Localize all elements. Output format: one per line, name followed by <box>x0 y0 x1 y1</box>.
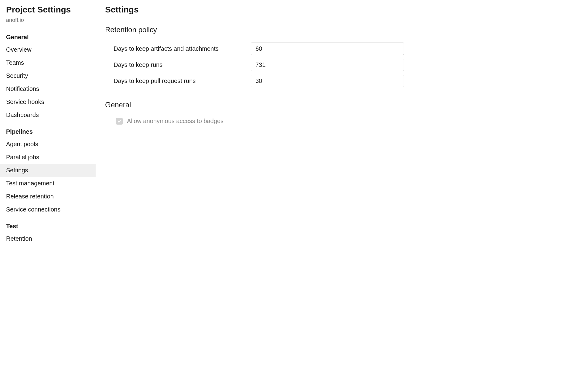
section-general: General Allow anonymous access to badges <box>105 101 576 125</box>
nav-item-retention[interactable]: Retention <box>0 232 96 245</box>
checkbox-row-anonymous-badges[interactable]: Allow anonymous access to badges <box>105 118 576 125</box>
label-days-artifacts: Days to keep artifacts and attachments <box>114 45 251 52</box>
input-days-artifacts[interactable] <box>251 43 404 55</box>
nav-item-service-connections[interactable]: Service connections <box>0 203 96 216</box>
form-row-artifacts: Days to keep artifacts and attachments <box>105 43 576 55</box>
nav-item-dashboards[interactable]: Dashboards <box>0 108 96 122</box>
nav-item-security[interactable]: Security <box>0 69 96 82</box>
nav-group-test: Test Retention <box>0 218 96 245</box>
input-days-runs[interactable] <box>251 59 404 71</box>
page-title: Settings <box>105 5 576 15</box>
nav-group-general: General Overview Teams Security Notifica… <box>0 29 96 122</box>
nav-item-notifications[interactable]: Notifications <box>0 82 96 95</box>
section-retention: Retention policy Days to keep artifacts … <box>105 26 576 87</box>
checkbox-label-anonymous-badges: Allow anonymous access to badges <box>127 118 224 125</box>
input-days-pr-runs[interactable] <box>251 75 404 87</box>
nav-group-pipelines: Pipelines Agent pools Parallel jobs Sett… <box>0 124 96 216</box>
checkbox-icon[interactable] <box>116 118 123 125</box>
sidebar-title: Project Settings <box>0 2 96 16</box>
check-icon <box>117 119 121 123</box>
nav-item-test-management[interactable]: Test management <box>0 177 96 190</box>
nav-item-overview[interactable]: Overview <box>0 43 96 56</box>
nav-group-header-general: General <box>0 29 96 43</box>
nav-group-header-pipelines: Pipelines <box>0 124 96 138</box>
label-days-runs: Days to keep runs <box>114 61 251 68</box>
label-days-pr-runs: Days to keep pull request runs <box>114 77 251 84</box>
nav-group-header-test: Test <box>0 218 96 232</box>
sidebar-subtitle: anoff.io <box>0 16 96 29</box>
nav-item-teams[interactable]: Teams <box>0 56 96 69</box>
section-heading-general: General <box>105 101 576 109</box>
nav-item-parallel-jobs[interactable]: Parallel jobs <box>0 151 96 164</box>
nav-item-settings[interactable]: Settings <box>0 164 96 177</box>
nav-item-release-retention[interactable]: Release retention <box>0 190 96 203</box>
nav-item-service-hooks[interactable]: Service hooks <box>0 95 96 108</box>
section-heading-retention: Retention policy <box>105 26 576 34</box>
sidebar: Project Settings anoff.io General Overvi… <box>0 0 96 375</box>
form-row-pr-runs: Days to keep pull request runs <box>105 75 576 87</box>
main-content: Settings Retention policy Days to keep a… <box>96 0 588 375</box>
form-row-runs: Days to keep runs <box>105 59 576 71</box>
nav-item-agent-pools[interactable]: Agent pools <box>0 138 96 151</box>
